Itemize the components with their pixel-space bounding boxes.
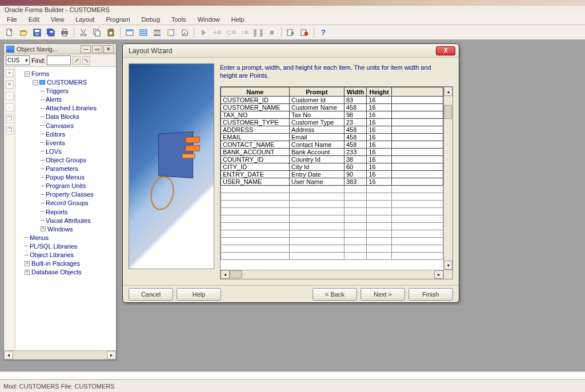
help-button[interactable]: Help <box>177 288 221 301</box>
close-button[interactable]: ✕ <box>103 45 114 53</box>
cell-name[interactable]: CONTACT_NAME <box>221 141 290 149</box>
expander-icon[interactable]: + <box>25 270 30 275</box>
cell-name[interactable]: CUSTOMER_ID <box>221 97 290 104</box>
cell-height[interactable]: 16 <box>367 104 391 111</box>
block-wizard-icon[interactable] <box>151 27 163 38</box>
cell-height[interactable]: 16 <box>367 111 391 119</box>
col-height[interactable]: Height <box>367 87 391 97</box>
cell-prompt[interactable]: Customer Id <box>290 97 344 104</box>
cell-width[interactable]: 233 <box>344 149 367 156</box>
open-icon[interactable] <box>17 27 30 38</box>
finish-button[interactable]: Finish <box>408 288 453 301</box>
cell-prompt[interactable]: Entry Date <box>290 171 344 178</box>
object-tree[interactable]: −Forms −CUSTOMERS TriggersAlertsAttached… <box>15 67 116 350</box>
cell-prompt[interactable]: City Id <box>290 163 344 171</box>
table-row[interactable]: CUSTOMER_TYPECustomer Type2316 <box>221 119 443 126</box>
pause-icon[interactable]: ❚❚ <box>252 27 265 38</box>
tree-node[interactable]: Popup Menus <box>46 174 85 181</box>
cell-width[interactable]: 458 <box>344 134 367 141</box>
new-icon[interactable] <box>3 27 16 38</box>
save-icon[interactable] <box>31 27 43 38</box>
tree-node[interactable]: Reports <box>46 209 68 215</box>
table-row[interactable]: USER_NAMEUser Name38316 <box>221 178 443 186</box>
menu-program[interactable]: Program <box>101 15 134 24</box>
tree-node[interactable]: Program Units <box>46 182 86 189</box>
table-row[interactable]: BANK_ACCOUNTBank Account23316 <box>221 149 443 156</box>
collapse-icon[interactable]: ▫ <box>6 103 14 111</box>
grid-hscroll[interactable]: ◂ ▸ <box>221 270 443 279</box>
cell-name[interactable]: BANK_ACCOUNT <box>221 149 290 156</box>
tree-node[interactable]: Events <box>46 139 65 146</box>
table-row[interactable]: CUSTOMER_IDCustomer Id8316 <box>221 97 443 104</box>
cell-width[interactable]: 458 <box>344 141 367 149</box>
cell-width[interactable]: 23 <box>344 119 367 126</box>
run-form-icon[interactable] <box>285 27 297 38</box>
tree-node[interactable]: Attached Libraries <box>46 105 97 111</box>
save-all-icon[interactable] <box>45 27 57 38</box>
menu-window[interactable]: Window <box>193 15 225 24</box>
paste-node-icon[interactable]: ❐ <box>6 126 14 134</box>
navigator-titlebar[interactable]: Object Navig... — ▭ ✕ <box>4 44 116 54</box>
table-row[interactable]: EMAILEmail45816 <box>221 134 443 141</box>
tree-node[interactable]: Menus <box>30 234 49 241</box>
cut-icon[interactable] <box>77 27 90 38</box>
tree-node[interactable]: Visual Attributes <box>46 217 91 224</box>
layout-editor-icon[interactable] <box>123 27 136 38</box>
cell-width[interactable]: 98 <box>344 111 367 119</box>
cell-height[interactable]: 16 <box>367 97 391 104</box>
table-row[interactable]: CITY_IDCity Id6016 <box>221 163 443 171</box>
table-row[interactable]: CONTACT_NAMEContact Name45816 <box>221 141 443 149</box>
tree-forms[interactable]: Forms <box>31 70 49 77</box>
expand-all-icon[interactable]: ⤢ <box>73 56 81 65</box>
cell-height[interactable]: 16 <box>367 149 391 156</box>
delete-icon[interactable]: × <box>6 81 14 89</box>
tree-node[interactable]: Editors <box>46 131 65 138</box>
cell-name[interactable]: COUNTRY_ID <box>221 156 290 163</box>
cell-width[interactable]: 458 <box>344 104 367 111</box>
grid-vscroll[interactable]: ▴ ▾ <box>443 87 452 270</box>
tree-node[interactable]: Parameters <box>46 165 78 172</box>
col-name[interactable]: Name <box>221 87 290 97</box>
col-prompt[interactable]: Prompt <box>290 87 344 97</box>
cell-name[interactable]: USER_NAME <box>221 178 290 186</box>
debug-form-icon[interactable] <box>298 27 311 38</box>
cell-height[interactable]: 16 <box>367 119 391 126</box>
tree-node[interactable]: Built-in Packages <box>31 260 80 267</box>
print-icon[interactable] <box>58 27 71 38</box>
tree-node[interactable]: Alerts <box>46 96 62 103</box>
scroll-left-icon[interactable]: ◂ <box>221 270 230 279</box>
cell-prompt[interactable]: Customer Type <box>290 119 344 126</box>
paste-icon[interactable] <box>105 27 117 38</box>
step-into-icon[interactable]: +≡ <box>211 27 223 38</box>
tree-node[interactable]: Object Groups <box>46 157 86 163</box>
table-row[interactable]: TAX_NOTax No9816 <box>221 111 443 119</box>
cell-width[interactable]: 38 <box>344 156 367 163</box>
find-input[interactable] <box>47 55 71 65</box>
cell-height[interactable]: 16 <box>367 141 391 149</box>
tree-node[interactable]: Data Blocks <box>46 114 79 121</box>
tree-node[interactable]: Database Objects <box>31 269 81 275</box>
maximize-button[interactable]: ▭ <box>92 45 102 53</box>
next-button[interactable]: Next > <box>360 288 405 301</box>
col-width[interactable]: Width <box>344 87 367 97</box>
table-row[interactable]: ENTRY_DATEEntry Date9016 <box>221 171 443 178</box>
tree-node[interactable]: Object Libraries <box>30 251 74 258</box>
wizard-titlebar[interactable]: Layout Wizard X <box>123 44 459 58</box>
back-button[interactable]: < Back <box>312 288 357 301</box>
cell-prompt[interactable]: Address <box>290 126 344 134</box>
menu-file[interactable]: File <box>2 15 22 24</box>
scroll-right-icon[interactable]: ▸ <box>107 351 116 359</box>
tree-node[interactable]: LOVs <box>46 148 62 155</box>
cell-prompt[interactable]: Customer Name <box>290 104 344 111</box>
table-row[interactable]: COUNTRY_IDCountry Id3816 <box>221 156 443 163</box>
cell-name[interactable]: ADDRESS <box>221 126 290 134</box>
stop-icon[interactable]: ■ <box>266 27 278 38</box>
form-icon[interactable] <box>137 27 150 38</box>
cell-prompt[interactable]: Email <box>290 134 344 141</box>
copy-node-icon[interactable]: ❐ <box>6 115 14 123</box>
scroll-thumb[interactable] <box>230 270 242 278</box>
cell-width[interactable]: 383 <box>344 178 367 186</box>
expand-icon[interactable]: ▫ <box>6 92 14 100</box>
cell-height[interactable]: 16 <box>367 126 391 134</box>
cell-height[interactable]: 16 <box>367 163 391 171</box>
